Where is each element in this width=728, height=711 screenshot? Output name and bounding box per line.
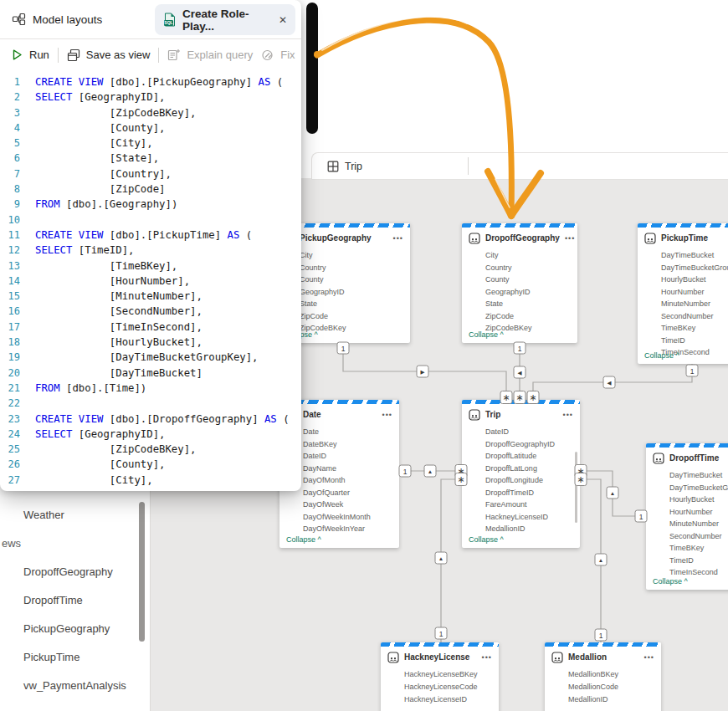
table-field[interactable]: DropoffGeographyID: [485, 440, 580, 453]
collapse-link[interactable]: Collapse ^: [286, 535, 321, 544]
table-field[interactable]: TimeBKey: [661, 324, 728, 336]
dark-scrollbar[interactable]: [306, 3, 318, 134]
sidebar-item-pickupgeography[interactable]: PickupGeography: [0, 620, 157, 637]
diagram-table-dropofftime[interactable]: DropoffTime•••DayTimeBucketDayTimeBucket…: [646, 443, 728, 590]
table-icon: [653, 453, 664, 464]
table-field[interactable]: MedallionID: [568, 695, 661, 708]
code-line: 10: [0, 212, 301, 228]
toolbar-divider: [58, 48, 59, 63]
tab-model-layouts[interactable]: Model layouts: [0, 0, 114, 38]
table-menu-button[interactable]: •••: [563, 412, 573, 417]
table-field[interactable]: Country: [300, 263, 410, 276]
table-field[interactable]: ZipCode: [485, 312, 577, 325]
sidebar-item-dropoffgeography[interactable]: DropoffGeography: [0, 563, 157, 580]
code-line: 24SELECT [GeographyID],: [0, 427, 301, 442]
table-menu-button[interactable]: •••: [382, 412, 392, 417]
table-field[interactable]: HourNumber: [661, 288, 728, 300]
table-field[interactable]: State: [485, 299, 577, 312]
table-field[interactable]: DayName: [303, 464, 399, 477]
table-field[interactable]: DropoffTimeID: [485, 488, 580, 501]
table-field[interactable]: DayTimeBucketGroupKey: [661, 263, 728, 276]
diagram-table-pickuptime[interactable]: PickupTime•••DayTimeBucketDayTimeBucketG…: [638, 223, 728, 364]
diagram-table-hackneylicense[interactable]: HackneyLicense•••HackneyLicenseBKeyHackn…: [381, 642, 499, 711]
table-field[interactable]: DayOfQuarter: [303, 488, 399, 501]
diagram-table-dropoffgeography[interactable]: DropoffGeography•••CityCountryCountyGeog…: [462, 223, 577, 343]
tab-create-role-play[interactable]: SQL Create Role-Play... ✕: [155, 4, 295, 35]
table-field[interactable]: County: [485, 275, 577, 288]
table-name: Trip: [485, 410, 500, 419]
table-field[interactable]: DateID: [303, 452, 399, 464]
fix-button[interactable]: Fix: [261, 49, 295, 62]
table-scrollbar[interactable]: [575, 452, 577, 523]
table-field[interactable]: HackneyLicenseBKey: [404, 670, 499, 683]
sql-code-area[interactable]: 1CREATE VIEW [dbo].[PickupGeography] AS …: [0, 70, 301, 488]
table-header: Medallion•••: [545, 642, 661, 666]
tab-trip[interactable]: Trip: [312, 153, 374, 179]
table-field[interactable]: DateID: [485, 427, 580, 440]
line-number: 21: [0, 381, 20, 396]
table-field[interactable]: HourNumber: [669, 508, 728, 520]
table-field[interactable]: HackneyLicenseCode: [404, 683, 499, 695]
table-field[interactable]: FareAmount: [485, 500, 580, 513]
table-field[interactable]: DayTimeBucket: [661, 251, 728, 263]
table-field[interactable]: DayOfWeekInMonth: [303, 513, 399, 525]
diagram-table-medallion[interactable]: Medallion•••MedallionBKeyMedallionCodeMe…: [545, 642, 661, 711]
collapse-link[interactable]: Collapse ^: [469, 535, 504, 544]
table-menu-button[interactable]: •••: [565, 236, 575, 241]
table-field[interactable]: City: [300, 251, 410, 263]
table-field[interactable]: HackneyLicenseID: [485, 513, 580, 525]
table-field[interactable]: HourlyBucket: [669, 495, 728, 508]
line-number: 26: [0, 457, 20, 472]
table-field[interactable]: DayOfWeek: [303, 500, 399, 513]
run-button[interactable]: Run: [11, 49, 49, 61]
table-field[interactable]: MedallionBKey: [568, 670, 661, 683]
table-field[interactable]: DropoffLatLong: [485, 464, 580, 477]
table-field[interactable]: GeographyID: [300, 288, 410, 300]
relationship-marker-many: ∗: [575, 473, 587, 486]
table-field[interactable]: SecondNumber: [661, 312, 728, 325]
sidebar-item-ews[interactable]: ews: [0, 535, 136, 551]
relationship-marker-many: ∗: [527, 391, 540, 404]
table-field[interactable]: MinuteNumber: [661, 299, 728, 312]
table-field[interactable]: DayTimeBucketGroupKey: [669, 483, 728, 496]
table-field[interactable]: County: [300, 275, 410, 288]
collapse-link[interactable]: Collapse ^: [469, 330, 504, 339]
collapse-link[interactable]: Collapse ^: [644, 351, 679, 360]
table-field[interactable]: DateBKey: [303, 440, 399, 453]
close-icon[interactable]: ✕: [279, 14, 287, 26]
table-menu-button[interactable]: •••: [393, 236, 403, 241]
chevron-up-icon: ^: [318, 535, 321, 544]
sidebar-item-weather[interactable]: Weather: [0, 506, 157, 523]
table-field[interactable]: SecondNumber: [669, 532, 728, 545]
sidebar-item-dropofftime[interactable]: DropoffTime: [0, 591, 157, 608]
sidebar-item-pickuptime[interactable]: PickupTime: [0, 648, 157, 665]
table-field[interactable]: HackneyLicenseID: [404, 695, 499, 708]
table-menu-button[interactable]: •••: [644, 655, 654, 660]
code-line: 9FROM [dbo].[Geography]): [0, 197, 301, 212]
table-field[interactable]: MedallionCode: [568, 683, 661, 695]
table-field[interactable]: State: [300, 299, 410, 312]
table-field[interactable]: MinuteNumber: [669, 519, 728, 532]
table-field[interactable]: DropoffLongitude: [485, 476, 580, 488]
table-field[interactable]: GeographyID: [485, 288, 577, 300]
save-as-view-button[interactable]: Save as view: [67, 49, 151, 62]
table-field[interactable]: DayOfMonth: [303, 476, 399, 488]
table-field[interactable]: Date: [303, 427, 399, 440]
table-field[interactable]: TimeBKey: [669, 544, 728, 556]
table-field[interactable]: ZipCode: [300, 312, 410, 325]
sidebar-scrollbar[interactable]: [139, 502, 145, 642]
diagram-table-trip[interactable]: Trip•••DateIDDropoffGeographyIDDropoffLa…: [462, 400, 580, 548]
collapse-link[interactable]: Collapse ^: [653, 577, 688, 586]
table-field[interactable]: DayTimeBucket: [669, 471, 728, 483]
line-number: 16: [0, 304, 20, 319]
table-field[interactable]: DropoffLatitude: [485, 452, 580, 464]
table-field[interactable]: Country: [485, 263, 577, 276]
table-field[interactable]: TimeID: [669, 556, 728, 569]
table-field[interactable]: TimeID: [661, 336, 728, 349]
table-name: PickupGeography: [300, 233, 372, 243]
table-menu-button[interactable]: •••: [482, 655, 492, 660]
sidebar-item-vw-paymentanalysis[interactable]: vw_PaymentAnalysis: [0, 677, 157, 693]
table-field[interactable]: HourlyBucket: [661, 275, 728, 288]
explain-query-button[interactable]: Explain query: [167, 49, 253, 62]
table-field[interactable]: City: [485, 251, 577, 263]
